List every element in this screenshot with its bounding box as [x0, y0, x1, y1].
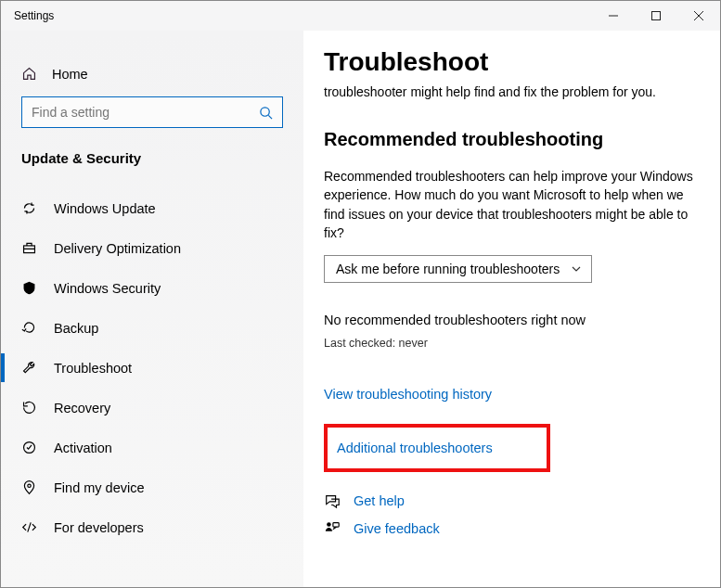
sidebar-item-delivery-optimization[interactable]: Delivery Optimization — [1, 228, 303, 268]
get-help-link[interactable]: Get help — [324, 492, 700, 509]
sidebar-item-activation[interactable]: Activation — [1, 428, 303, 467]
chat-icon — [324, 492, 341, 509]
sidebar-item-label: Windows Update — [54, 201, 156, 216]
sidebar-item-troubleshoot[interactable]: Troubleshoot — [1, 348, 303, 388]
category-header: Update & Security — [1, 150, 303, 179]
feedback-icon — [324, 520, 341, 537]
maximize-button[interactable] — [635, 1, 677, 31]
home-label: Home — [52, 67, 88, 82]
home-nav[interactable]: Home — [1, 58, 303, 96]
recovery-icon — [21, 400, 37, 415]
svg-point-9 — [327, 522, 331, 527]
sidebar-item-label: Recovery — [54, 401, 110, 415]
highlight-annotation: Additional troubleshooters — [324, 424, 550, 472]
chevron-down-icon — [571, 263, 582, 275]
sidebar-item-find-my-device[interactable]: Find my device — [1, 467, 303, 507]
sidebar-item-backup[interactable]: Backup — [1, 308, 303, 348]
section-heading: Recommended troubleshooting — [324, 129, 700, 150]
wrench-icon — [21, 360, 37, 376]
give-feedback-label: Give feedback — [354, 521, 440, 536]
sidebar-item-label: Backup — [54, 321, 98, 336]
sidebar-item-windows-security[interactable]: Windows Security — [1, 268, 303, 308]
give-feedback-link[interactable]: Give feedback — [324, 520, 700, 537]
svg-point-8 — [28, 484, 31, 487]
sidebar-item-label: Find my device — [54, 480, 145, 495]
recommendation-text: Recommended troubleshooters can help imp… — [324, 167, 700, 242]
sidebar-item-label: Delivery Optimization — [54, 241, 181, 256]
sidebar-item-label: For developers — [54, 520, 144, 535]
sidebar-item-label: Windows Security — [54, 281, 161, 296]
delivery-icon — [21, 240, 37, 256]
main-panel: Troubleshoot troubleshooter might help f… — [303, 31, 720, 587]
developer-icon — [21, 519, 37, 535]
svg-rect-1 — [652, 12, 661, 20]
close-button[interactable] — [677, 1, 720, 31]
svg-line-5 — [268, 115, 272, 119]
title-bar: Settings — [1, 1, 720, 31]
sidebar: Home Update & Security Windows Update De… — [1, 31, 303, 587]
intro-text: troubleshooter might help find and fix t… — [324, 84, 700, 99]
sidebar-item-for-developers[interactable]: For developers — [1, 507, 303, 547]
additional-troubleshooters-link[interactable]: Additional troubleshooters — [337, 441, 493, 455]
check-circle-icon — [21, 440, 37, 455]
sidebar-item-label: Troubleshoot — [54, 361, 132, 376]
window-title: Settings — [14, 9, 54, 22]
svg-point-4 — [261, 107, 269, 115]
recommendation-dropdown[interactable]: Ask me before running troubleshooters — [324, 255, 592, 283]
sidebar-item-label: Activation — [54, 441, 112, 455]
svg-rect-10 — [333, 523, 339, 528]
shield-icon — [21, 280, 37, 296]
history-link[interactable]: View troubleshooting history — [324, 387, 700, 402]
home-icon — [21, 66, 37, 82]
sidebar-item-recovery[interactable]: Recovery — [1, 388, 303, 428]
page-title: Troubleshoot — [324, 47, 700, 77]
status-text: No recommended troubleshooters right now — [324, 313, 700, 327]
backup-icon — [21, 320, 37, 336]
search-input-wrapper[interactable] — [21, 96, 283, 128]
last-checked-text: Last checked: never — [324, 337, 700, 350]
sync-icon — [21, 200, 37, 216]
get-help-label: Get help — [354, 493, 405, 508]
search-icon — [259, 106, 273, 120]
search-input[interactable] — [32, 105, 259, 120]
dropdown-value: Ask me before running troubleshooters — [336, 262, 560, 276]
minimize-button[interactable] — [592, 1, 635, 31]
location-icon — [21, 479, 37, 495]
sidebar-item-windows-update[interactable]: Windows Update — [1, 188, 303, 228]
